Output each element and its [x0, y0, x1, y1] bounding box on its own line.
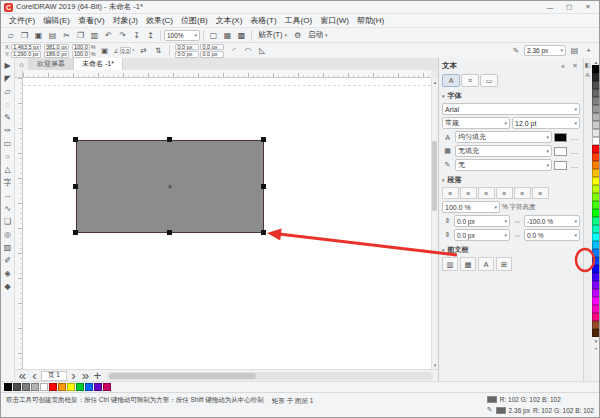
palette-scroll-down-icon[interactable]: ▾	[595, 337, 598, 344]
import-icon[interactable]: ↧	[130, 29, 143, 42]
menu-item[interactable]: 位图(B)	[177, 15, 212, 26]
launch-dropdown[interactable]: 启动 ▾	[305, 30, 331, 40]
palette-color-swatch[interactable]	[592, 225, 600, 233]
mirror-vertical-icon[interactable]: ⇅	[152, 45, 164, 57]
document-color-swatch[interactable]	[13, 383, 21, 391]
document-color-swatch[interactable]	[58, 383, 66, 391]
palette-color-swatch[interactable]	[592, 321, 600, 329]
paragraph-mode-tab[interactable]: ≡	[461, 74, 479, 87]
color-swatch[interactable]	[554, 147, 567, 156]
interactive-fill-tool[interactable]: ◈	[1, 267, 14, 280]
palette-color-swatch[interactable]	[592, 313, 600, 321]
palette-color-swatch[interactable]	[592, 201, 600, 209]
line-spacing-field[interactable]: 0.0 px ▾	[454, 229, 510, 241]
columns-button[interactable]: ▥	[442, 257, 458, 271]
scallop-corner-icon[interactable]: ◠	[241, 44, 254, 57]
document-color-swatch[interactable]	[40, 383, 48, 391]
frame-mode-tab[interactable]: ▭	[480, 74, 498, 87]
rectangle-tool[interactable]: ▭	[1, 137, 14, 150]
round-corner-icon[interactable]: ◜	[227, 44, 240, 57]
menu-item[interactable]: 效果(C)	[142, 15, 177, 26]
horizontal-ruler[interactable]	[23, 70, 431, 78]
artistic-media-tool[interactable]: ✑	[1, 124, 14, 137]
minimize-button[interactable]: —	[542, 2, 558, 13]
menu-item[interactable]: 表格(T)	[246, 15, 280, 26]
paste-icon[interactable]: ▥	[88, 29, 101, 42]
palette-color-swatch[interactable]	[592, 113, 600, 121]
document-color-swatch[interactable]	[76, 383, 84, 391]
zoom-tool[interactable]: ◌	[1, 98, 14, 111]
corner-radius-field[interactable]: 0.0 px	[200, 44, 224, 51]
shape-tool[interactable]: ◤	[1, 72, 14, 85]
selection-handle[interactable]	[73, 230, 78, 235]
frame-wrap-button[interactable]: ⊞	[496, 257, 512, 271]
scale-x-field[interactable]: 100.0	[72, 44, 90, 51]
more-options-icon[interactable]: …	[569, 160, 580, 171]
menu-item[interactable]: 工具(O)	[281, 15, 317, 26]
palette-scroll-up-icon[interactable]: ▴	[595, 58, 598, 65]
docker-collapse-icon[interactable]: «	[558, 63, 568, 70]
add-page-button[interactable]: +	[92, 371, 103, 381]
lock-ratio-icon[interactable]: ▣	[99, 45, 111, 57]
ruler-origin-corner[interactable]	[15, 70, 23, 78]
palette-flyout-icon[interactable]: »	[595, 344, 598, 351]
document-color-swatch[interactable]	[103, 383, 111, 391]
palette-color-swatch[interactable]	[592, 153, 600, 161]
menu-item[interactable]: 查看(V)	[74, 15, 109, 26]
palette-color-swatch[interactable]	[592, 169, 600, 177]
frame-fill-button[interactable]: ▦	[460, 257, 476, 271]
outline-color-swatch[interactable]	[496, 407, 506, 414]
selection-handle[interactable]	[261, 184, 266, 189]
docker-tab-text-icon[interactable]: A	[585, 72, 589, 78]
scroll-down-icon[interactable]: ▾	[434, 362, 437, 368]
corner-radius-field[interactable]: 0.0 px	[200, 51, 224, 58]
show-grid-icon[interactable]: ▩	[235, 29, 248, 42]
quick-customize-icon[interactable]: +	[582, 44, 595, 57]
object-center-marker[interactable]: ×	[168, 183, 172, 190]
print-icon[interactable]: ▤	[46, 29, 59, 42]
home-tab-icon[interactable]: ⌂	[15, 58, 29, 70]
smart-fill-tool[interactable]: ◆	[1, 280, 14, 293]
font-style-select[interactable]: 常规 ▾	[442, 117, 510, 129]
corner-radius-field[interactable]: 0.0 px	[175, 44, 199, 51]
character-outline-select[interactable]: 无 ▾	[455, 159, 552, 171]
character-mode-tab[interactable]: A	[442, 74, 460, 87]
palette-color-swatch[interactable]	[592, 241, 600, 249]
menu-item[interactable]: 帮助(H)	[353, 15, 388, 26]
chamfer-corner-icon[interactable]: ◺	[255, 44, 268, 57]
selection-handle[interactable]	[73, 184, 78, 189]
palette-color-swatch[interactable]	[592, 281, 600, 289]
palette-color-swatch[interactable]	[592, 305, 600, 313]
maximize-button[interactable]: ▢	[561, 2, 577, 13]
vertical-scrollbar[interactable]: ▴ ▾	[431, 78, 438, 369]
color-swatch[interactable]	[554, 161, 567, 170]
vertical-scroll-thumb[interactable]	[432, 141, 437, 211]
align-none-button[interactable]: ≡	[442, 187, 459, 199]
paragraph-spacing-field[interactable]: 0.0 px ▾	[454, 215, 510, 227]
mirror-horizontal-icon[interactable]: ⇄	[137, 45, 149, 57]
height-field[interactable]: 189.0 px	[44, 51, 69, 58]
ellipse-tool[interactable]: ○	[1, 150, 14, 163]
document-tab[interactable]: 欢迎屏幕	[29, 58, 74, 70]
selection-handle[interactable]	[261, 230, 266, 235]
palette-color-swatch[interactable]	[592, 177, 600, 185]
fill-color-swatch[interactable]	[487, 396, 497, 403]
document-color-swatch[interactable]	[94, 383, 102, 391]
page-tab[interactable]: 页 1	[41, 371, 67, 381]
palette-color-swatch[interactable]	[592, 249, 600, 257]
options-gear-icon[interactable]: ⚙	[291, 29, 304, 42]
new-document-icon[interactable]: ▱	[4, 29, 17, 42]
more-options-icon[interactable]: …	[569, 146, 580, 157]
docker-close-icon[interactable]: ✕	[570, 62, 580, 70]
font-section-header[interactable]: ▾ 字体	[442, 90, 580, 101]
character-fill-select[interactable]: 均匀填充 ▾	[455, 131, 552, 143]
palette-color-swatch[interactable]	[592, 273, 600, 281]
palette-color-swatch[interactable]	[592, 217, 600, 225]
next-page-button[interactable]: ›	[68, 371, 79, 381]
shadow-tool[interactable]: ❏	[1, 215, 14, 228]
palette-color-swatch[interactable]	[592, 121, 600, 129]
export-icon[interactable]: ↥	[144, 29, 157, 42]
menu-item[interactable]: 编辑(E)	[39, 15, 74, 26]
align-center-button[interactable]: ≡	[478, 187, 495, 199]
vertical-ruler[interactable]	[15, 78, 23, 369]
